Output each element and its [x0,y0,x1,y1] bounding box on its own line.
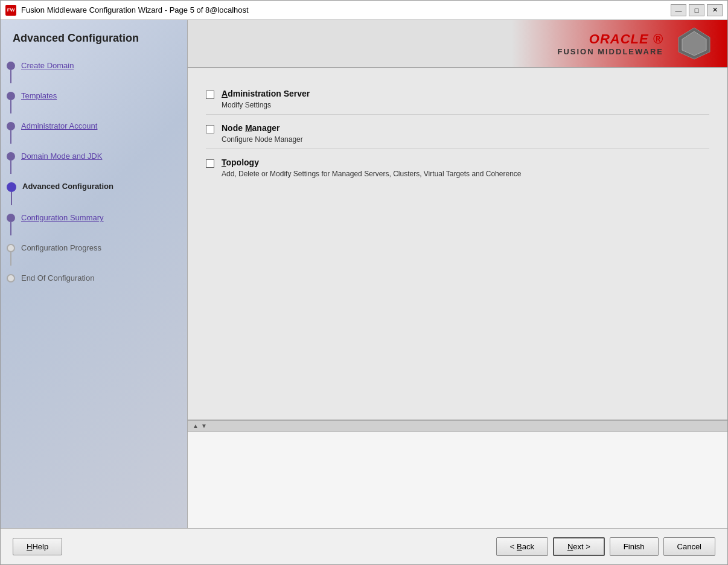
sidebar-item-advanced-configuration[interactable]: Advanced Configuration [1,177,187,209]
window-title: Fusion Middleware Configuration Wizard -… [21,5,249,14]
finish-button[interactable]: Finish [610,537,659,556]
step-indicator-8 [7,274,15,282]
step-indicator-7 [7,244,15,266]
sidebar-item-end-of-configuration: End Of Configuration [1,269,187,286]
step-line-1 [10,70,11,83]
sidebar-item-create-domain[interactable]: Create Domain [1,57,187,87]
footer-left: HHelp [13,538,62,555]
option-row-node-manager: Node Manager Configure Node Manager [206,115,709,149]
close-button[interactable]: ✕ [707,4,723,16]
sidebar-item-configuration-progress: Configuration Progress [1,239,187,269]
sidebar-label-end-of-configuration: End Of Configuration [21,273,94,282]
step-indicator-3 [7,122,15,144]
option-title-node-manager: Node Manager [222,123,709,133]
next-button[interactable]: Next > [553,537,605,556]
footer: HHelp < Back Next > Finish Cancel [1,528,727,564]
sidebar-item-domain-mode-jdk[interactable]: Domain Mode and JDK [1,147,187,177]
checkbox-topology[interactable] [206,159,214,168]
titlebar-left: FW Fusion Middleware Configuration Wizar… [5,5,249,16]
content-area: Administration Server Modify Settings No… [188,68,727,420]
sidebar-label-configuration-progress: Configuration Progress [21,243,101,252]
collapse-arrow-icon: ▲ [193,423,199,429]
step-dot-7 [7,244,15,252]
sidebar-title: Advanced Configuration [1,32,187,57]
titlebar: FW Fusion Middleware Configuration Wizar… [1,1,727,20]
step-line-5 [11,192,12,205]
sidebar-label-create-domain[interactable]: Create Domain [21,60,74,70]
step-dot-5 [7,182,16,192]
step-line-7 [10,252,11,266]
option-text-administration-server: Administration Server Modify Settings [222,89,709,109]
option-desc-administration-server: Modify Settings [222,101,709,109]
sidebar-item-configuration-summary[interactable]: Configuration Summary [1,209,187,239]
step-dot-4 [7,152,15,161]
collapse-bar[interactable]: ▲ ▼ [188,421,727,432]
main-window: FW Fusion Middleware Configuration Wizar… [0,0,728,565]
step-dot-2 [7,92,15,100]
step-indicator-2 [7,92,15,113]
footer-right: < Back Next > Finish Cancel [496,537,715,556]
sidebar-label-advanced-configuration[interactable]: Advanced Configuration [22,181,113,191]
option-text-node-manager: Node Manager Configure Node Manager [222,123,709,144]
option-row-topology: Topology Add, Delete or Modify Settings … [206,149,709,183]
option-row-administration-server: Administration Server Modify Settings [206,80,709,115]
cancel-button[interactable]: Cancel [663,537,715,556]
checkbox-node-manager[interactable] [206,125,214,133]
sidebar-label-configuration-summary[interactable]: Configuration Summary [21,212,104,222]
option-title-administration-server: Administration Server [222,89,709,98]
back-button[interactable]: < Back [496,537,548,556]
sidebar-label-administrator-account[interactable]: Administrator Account [21,121,97,130]
oracle-header: ORACLE ® FUSION MIDDLEWARE [188,20,727,68]
option-text-topology: Topology Add, Delete or Modify Settings … [222,158,709,178]
step-indicator-4 [7,152,15,174]
option-desc-topology: Add, Delete or Modify Settings for Manag… [222,170,709,178]
option-title-topology: Topology [222,158,709,167]
step-line-6 [10,222,11,235]
minimize-button[interactable]: — [671,4,686,16]
step-indicator-6 [7,214,15,235]
step-dot-1 [7,62,15,70]
app-icon: FW [5,5,16,16]
step-line-2 [10,100,11,113]
collapse-arrow-icon-2: ▼ [201,423,207,429]
oracle-sub-text: FUSION MIDDLEWARE [557,47,663,56]
oracle-logo: ORACLE ® FUSION MIDDLEWARE [557,31,663,56]
sidebar-item-administrator-account[interactable]: Administrator Account [1,117,187,147]
step-indicator-1 [7,62,15,83]
step-dot-8 [7,274,15,282]
step-indicator-5 [7,182,16,205]
oracle-logo-text: ORACLE ® [557,31,663,47]
sidebar-item-templates[interactable]: Templates [1,87,187,117]
step-dot-6 [7,214,15,222]
help-button[interactable]: HHelp [13,538,62,555]
step-dot-3 [7,122,15,130]
step-line-3 [10,130,11,144]
body-area: Advanced Configuration Create Domain Tem… [1,20,727,528]
maximize-button[interactable]: □ [689,4,704,16]
sidebar-label-domain-mode-jdk[interactable]: Domain Mode and JDK [21,151,102,161]
checkbox-administration-server[interactable] [206,91,214,99]
bottom-section: ▲ ▼ [188,420,727,528]
oracle-pentagon-icon [673,22,715,65]
step-line-4 [10,161,11,174]
right-panel: ORACLE ® FUSION MIDDLEWARE [188,20,727,528]
option-desc-node-manager: Configure Node Manager [222,135,709,144]
titlebar-controls: — □ ✕ [671,4,723,16]
sidebar: Advanced Configuration Create Domain Tem… [1,20,188,528]
sidebar-label-templates[interactable]: Templates [21,91,57,100]
oracle-text: ORACLE [589,31,649,46]
